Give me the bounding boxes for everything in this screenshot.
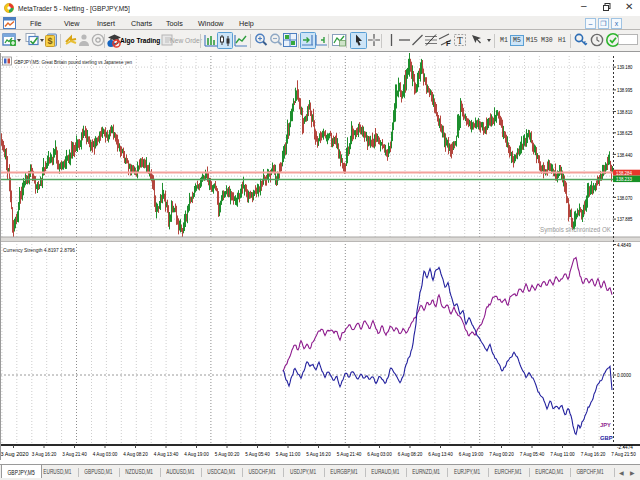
svg-text:4 Aug 03:00: 4 Aug 03:00 xyxy=(93,450,118,457)
svg-text:4 Aug 08:20: 4 Aug 08:20 xyxy=(123,450,148,457)
svg-text:Currency Strength 4.8197 2.87: Currency Strength 4.8197 2.8796 xyxy=(3,246,75,253)
svg-text:7 Aug 00:20: 7 Aug 00:20 xyxy=(489,450,514,457)
svg-text:3 Aug 21:40: 3 Aug 21:40 xyxy=(62,450,87,457)
svg-text:5 Aug 16:20: 5 Aug 16:20 xyxy=(306,450,331,457)
svg-text:138.440: 138.440 xyxy=(617,151,633,158)
svg-text:7 Aug 21:50: 7 Aug 21:50 xyxy=(611,450,636,457)
svg-text:4 Aug 19:00: 4 Aug 19:00 xyxy=(184,450,209,457)
svg-text:7 Aug 05:40: 7 Aug 05:40 xyxy=(520,450,545,457)
svg-text:3 Aug 16:20: 3 Aug 16:20 xyxy=(32,450,57,457)
svg-text:6 Aug 03:00: 6 Aug 03:00 xyxy=(367,450,392,457)
svg-text:F: F xyxy=(446,39,451,48)
svg-text:6 Aug 08:20: 6 Aug 08:20 xyxy=(398,450,423,457)
svg-text:5 Aug 00:20: 5 Aug 00:20 xyxy=(215,450,240,457)
svg-text:7 Aug 16:20: 7 Aug 16:20 xyxy=(581,450,606,457)
svg-text:5 Aug 05:40: 5 Aug 05:40 xyxy=(245,450,270,457)
svg-text:139.180: 139.180 xyxy=(617,63,633,70)
svg-text:7 Aug 11:00: 7 Aug 11:00 xyxy=(550,450,575,457)
svg-text:138.810: 138.810 xyxy=(617,108,633,115)
svg-text:137.885: 137.885 xyxy=(617,215,633,222)
svg-text:T: T xyxy=(457,36,463,46)
svg-text:6 Aug 13:40: 6 Aug 13:40 xyxy=(428,450,453,457)
svg-text:138.233: 138.233 xyxy=(616,175,632,182)
svg-text:138.995: 138.995 xyxy=(617,86,633,93)
svg-text:4.4849: 4.4849 xyxy=(617,241,631,248)
svg-text:GBP: GBP xyxy=(600,435,613,441)
svg-text:JPY: JPY xyxy=(600,422,611,428)
svg-text:Symbols sinchronized OK: Symbols sinchronized OK xyxy=(540,226,612,234)
svg-text:138.070: 138.070 xyxy=(617,194,633,201)
svg-text:138.625: 138.625 xyxy=(617,129,633,136)
svg-text:3 Aug 2020: 3 Aug 2020 xyxy=(1,450,29,457)
svg-text:4 Aug 13:40: 4 Aug 13:40 xyxy=(154,450,179,457)
svg-text:GBPJPY,M5: Great Britain poun: GBPJPY,M5: Great Britain pound sterling … xyxy=(14,58,132,65)
svg-text:5 Aug 21:40: 5 Aug 21:40 xyxy=(337,450,362,457)
svg-text:6 Aug 19:00: 6 Aug 19:00 xyxy=(459,450,484,457)
svg-text:0.0000: 0.0000 xyxy=(617,371,631,378)
svg-text:$: $ xyxy=(47,36,52,46)
svg-text:5 Aug 11:00: 5 Aug 11:00 xyxy=(276,450,301,457)
